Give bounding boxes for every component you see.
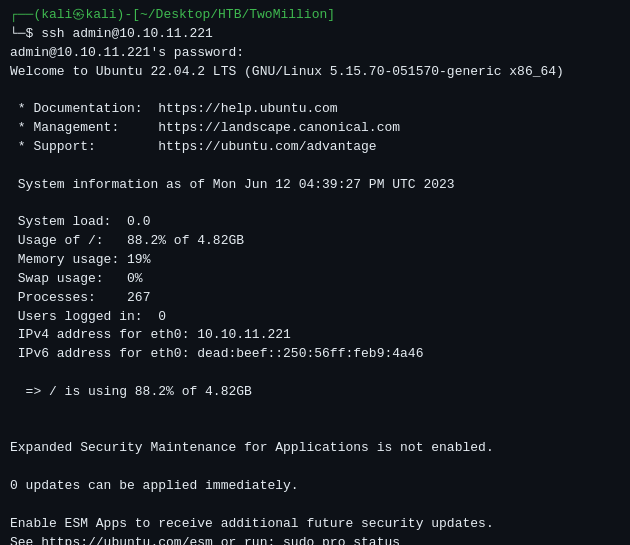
blank-6 [10,421,620,440]
blank-8 [10,496,620,515]
doc-link: * Documentation: https://help.ubuntu.com [10,100,620,119]
blank-7 [10,458,620,477]
memory-usage: Memory usage: 19% [10,251,620,270]
disk-usage-note: => / is using 88.2% of 4.82GB [10,383,620,402]
blank-1 [10,81,620,100]
sysinfo-header: System information as of Mon Jun 12 04:3… [10,176,620,195]
ipv4-addr: IPv4 address for eth0: 10.10.11.221 [10,326,620,345]
processes: Processes: 267 [10,289,620,308]
mgmt-link: * Management: https://landscape.canonica… [10,119,620,138]
blank-2 [10,157,620,176]
esm-url: See https://ubuntu.com/esm or run: sudo … [10,534,620,545]
support-link: * Support: https://ubuntu.com/advantage [10,138,620,157]
blank-4 [10,364,620,383]
blank-3 [10,194,620,213]
usage-slash: Usage of /: 88.2% of 4.82GB [10,232,620,251]
esm-notice: Expanded Security Maintenance for Applic… [10,439,620,458]
users-logged: Users logged in: 0 [10,308,620,327]
welcome-msg: Welcome to Ubuntu 22.04.2 LTS (GNU/Linux… [10,63,620,82]
ssh-command: └─$ ssh admin@10.10.11.221 [10,25,620,44]
updates-notice: 0 updates can be applied immediately. [10,477,620,496]
terminal-window: ┌──(kali㉿kali)-[~/Desktop/HTB/TwoMillion… [0,0,630,545]
ipv6-addr: IPv6 address for eth0: dead:beef::250:56… [10,345,620,364]
swap-usage: Swap usage: 0% [10,270,620,289]
blank-5 [10,402,620,421]
system-load: System load: 0.0 [10,213,620,232]
title-bar: ┌──(kali㉿kali)-[~/Desktop/HTB/TwoMillion… [10,6,620,25]
esm-apps: Enable ESM Apps to receive additional fu… [10,515,620,534]
password-prompt: admin@10.10.11.221's password: [10,44,620,63]
